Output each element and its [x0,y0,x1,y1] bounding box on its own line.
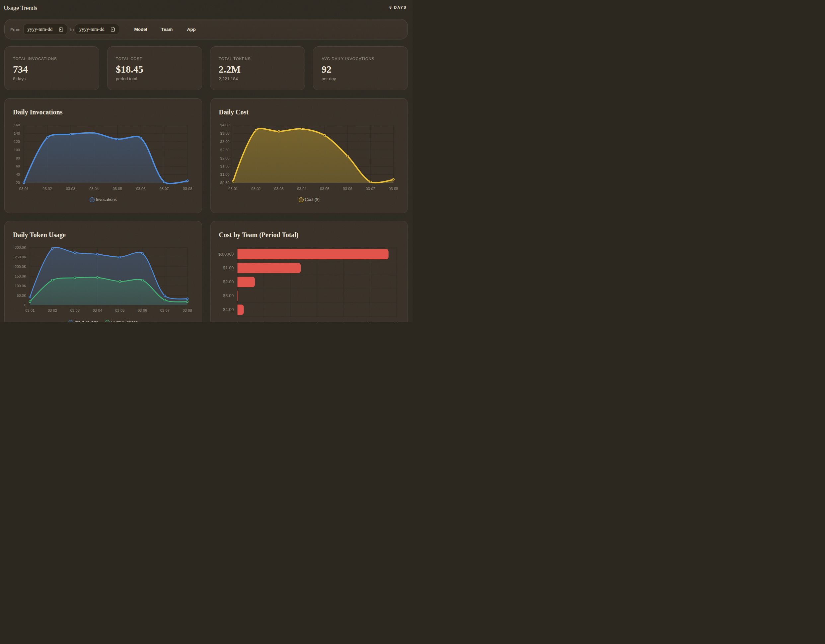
svg-text:03-01: 03-01 [228,187,238,191]
svg-text:$4.00: $4.00 [223,307,233,312]
svg-text:8: 8 [342,321,344,322]
svg-text:6: 6 [315,321,318,322]
svg-text:$0.50: $0.50 [220,181,229,185]
svg-text:$1.00: $1.00 [223,266,233,270]
svg-text:50.0K: 50.0K [17,293,26,297]
svg-text:$2.00: $2.00 [220,156,229,160]
svg-text:03-05: 03-05 [320,187,329,191]
svg-text:100.0K: 100.0K [15,284,26,288]
svg-text:2: 2 [263,321,265,322]
svg-text:03-03: 03-03 [274,187,283,191]
svg-text:60: 60 [16,164,20,168]
svg-text:20: 20 [16,181,20,185]
svg-text:$2.50: $2.50 [220,148,229,152]
svg-text:150.0K: 150.0K [15,274,26,278]
svg-text:03-03: 03-03 [66,187,75,191]
svg-text:03-03: 03-03 [70,308,80,313]
svg-text:200.0K: 200.0K [15,265,26,269]
svg-text:03-07: 03-07 [160,187,169,191]
svg-text:$4.00: $4.00 [220,123,229,127]
svg-text:03-07: 03-07 [366,187,375,191]
svg-text:$3.00: $3.00 [223,293,233,298]
svg-text:0: 0 [24,303,26,307]
svg-text:03-08: 03-08 [183,187,192,191]
svg-text:$0.0000: $0.0000 [218,252,233,257]
svg-text:$3.50: $3.50 [220,131,229,135]
svg-text:03-01: 03-01 [19,187,29,191]
svg-text:4: 4 [289,321,291,322]
svg-text:10: 10 [368,321,372,322]
svg-text:03-05: 03-05 [115,308,124,313]
svg-text:$2.00: $2.00 [223,280,233,284]
svg-text:03-06: 03-06 [343,187,352,191]
svg-text:03-04: 03-04 [89,187,99,191]
svg-text:03-02: 03-02 [48,308,57,313]
svg-text:03-02: 03-02 [251,187,261,191]
svg-text:250.0K: 250.0K [15,255,26,259]
svg-text:03-08: 03-08 [389,187,398,191]
svg-text:03-04: 03-04 [93,308,102,313]
svg-text:03-07: 03-07 [160,308,170,313]
svg-text:$1.00: $1.00 [220,173,229,176]
svg-text:120: 120 [14,140,20,143]
svg-text:300.0K: 300.0K [15,245,26,250]
svg-text:03-04: 03-04 [297,187,306,191]
svg-text:03-06: 03-06 [136,187,145,191]
svg-text:140: 140 [14,131,20,135]
svg-text:03-02: 03-02 [42,187,52,191]
svg-text:$1.50: $1.50 [220,164,229,168]
svg-text:03-05: 03-05 [113,187,122,191]
svg-text:100: 100 [14,148,20,152]
svg-text:03-06: 03-06 [138,308,147,313]
svg-text:03-08: 03-08 [182,308,192,313]
svg-text:12: 12 [394,321,398,322]
svg-text:$3.00: $3.00 [220,140,229,143]
svg-text:80: 80 [16,156,20,160]
svg-text:0: 0 [236,321,238,322]
svg-text:160: 160 [14,123,20,127]
svg-text:40: 40 [16,173,20,176]
svg-text:03-01: 03-01 [25,308,34,313]
